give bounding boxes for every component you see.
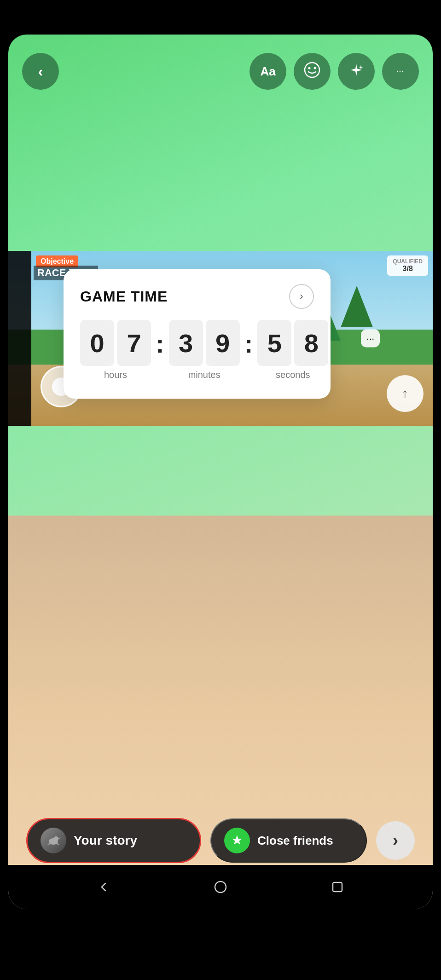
seconds-group: 5 8 seconds — [257, 320, 328, 380]
close-friends-label: Close friends — [257, 834, 333, 848]
hours-digit-2: 7 — [117, 320, 151, 366]
arrow-button[interactable]: › — [376, 821, 415, 860]
sticker-button[interactable] — [294, 53, 331, 90]
svg-point-1 — [308, 67, 311, 69]
close-friends-icon — [224, 828, 250, 853]
chat-button: ··· — [361, 330, 380, 348]
bottom-bar: Your story Close friends › — [8, 818, 433, 863]
android-nav-bar — [8, 865, 433, 909]
minutes-digit-1: 3 — [169, 320, 203, 366]
minutes-digit-2: 9 — [206, 320, 240, 366]
text-icon: Aa — [260, 64, 275, 79]
sparkle-button[interactable] — [338, 53, 375, 90]
hours-digits: 0 7 — [80, 320, 151, 366]
your-story-button[interactable]: Your story — [26, 818, 201, 863]
qualified-label: QUALIFIED — [393, 258, 423, 265]
more-icon: ··· — [396, 68, 405, 75]
toolbar-left: ‹ — [22, 53, 59, 90]
minutes-digits: 3 9 — [169, 320, 240, 366]
recent-nav-icon[interactable] — [331, 881, 344, 893]
arrow-icon: › — [393, 831, 398, 850]
svg-point-2 — [314, 67, 316, 69]
toolbar: ‹ Aa — [8, 35, 433, 99]
qualified-score: 3/8 — [403, 265, 413, 273]
next-button[interactable]: › — [289, 284, 314, 309]
hours-label: hours — [104, 370, 127, 380]
next-icon: › — [300, 290, 303, 302]
story-avatar — [41, 828, 66, 853]
widget-title: GAME TIME — [80, 288, 168, 305]
dark-overlay — [8, 251, 31, 426]
back-icon: ‹ — [38, 63, 43, 80]
svg-point-4 — [54, 836, 58, 841]
minutes-group: 3 9 minutes — [169, 320, 240, 380]
seconds-digit-1: 5 — [257, 320, 291, 366]
seconds-digit-2: 8 — [294, 320, 328, 366]
svg-point-5 — [215, 881, 226, 893]
toolbar-right: Aa — [250, 53, 419, 90]
text-button[interactable]: Aa — [250, 53, 286, 90]
back-button[interactable]: ‹ — [22, 53, 59, 90]
qualified-badge: QUALIFIED 3/8 — [387, 255, 428, 276]
game-time-widget: GAME TIME › 0 7 hours : 3 9 minutes — [64, 269, 331, 399]
story-avatar-inner — [41, 828, 66, 853]
sparkle-icon — [348, 62, 364, 81]
hours-group: 0 7 hours — [80, 320, 151, 380]
back-nav-icon[interactable] — [97, 881, 110, 893]
sticker-icon — [304, 62, 320, 81]
seconds-digits: 5 8 — [257, 320, 328, 366]
close-friends-button[interactable]: Close friends — [210, 818, 367, 863]
minutes-label: minutes — [188, 370, 220, 380]
svg-rect-6 — [333, 882, 342, 892]
svg-rect-0 — [305, 63, 319, 77]
up-arrow-button[interactable]: ↑ — [387, 375, 424, 412]
more-button[interactable]: ··· — [382, 53, 419, 90]
separator-1: : — [151, 320, 169, 367]
widget-header: GAME TIME › — [80, 284, 314, 309]
hours-digit-1: 0 — [80, 320, 114, 366]
phone-screen: ‹ Aa — [8, 35, 433, 909]
separator-2: : — [240, 320, 258, 367]
seconds-label: seconds — [276, 370, 310, 380]
time-display: 0 7 hours : 3 9 minutes : 5 8 — [80, 320, 314, 380]
home-nav-icon[interactable] — [214, 881, 227, 893]
your-story-label: Your story — [74, 833, 137, 848]
